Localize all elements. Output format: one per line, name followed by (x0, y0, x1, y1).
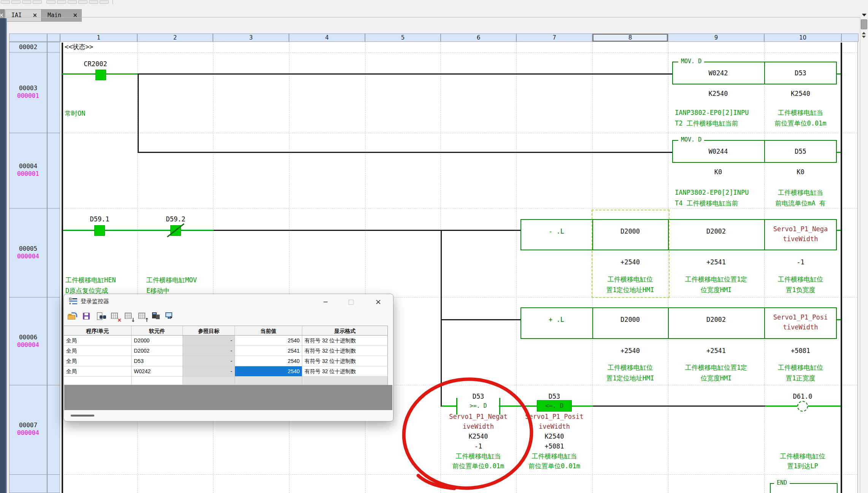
scrollbar-thumb[interactable] (861, 19, 867, 29)
watch-row-empty[interactable] (64, 377, 388, 385)
column-header-5: 5 (365, 33, 441, 42)
cell-program[interactable]: 全局 (64, 366, 132, 377)
device-comment: IANP3802-EP0[2]INPU (675, 109, 763, 116)
cell-reference[interactable]: - (183, 356, 235, 366)
cell-current-value[interactable]: 2541 (235, 346, 302, 356)
no-contact-on[interactable] (95, 70, 106, 80)
watch-window: x 登录监控器 − □ × × ↓ (63, 294, 394, 421)
cell-device[interactable]: W0242 (132, 366, 183, 377)
top-toolbar (0, 0, 868, 5)
operand-dest[interactable]: D53 (764, 69, 837, 77)
end-block-left (770, 483, 771, 493)
close-button[interactable]: × (372, 297, 384, 307)
cell-device[interactable]: D2000 (132, 336, 183, 346)
watch-row-selected[interactable]: 全局 W0242 - 2540 有符号 32 位十进制数 (64, 366, 388, 377)
col-header-program[interactable]: 程序/单元 (64, 326, 132, 336)
wire-stub (837, 319, 841, 320)
cell-device[interactable]: D53 (132, 356, 183, 366)
plc-editor-window: × IAI × Main × 1 2 3 4 5 6 7 8 9 10 0000… (0, 0, 868, 493)
splitter-down-icon[interactable] (862, 36, 866, 38)
col-header-current-value[interactable]: 当前值 (235, 326, 302, 336)
col-header-reference[interactable]: 参照目标 (183, 326, 235, 336)
wire-stub (837, 152, 841, 153)
device-comment: 工件横移电缸MOV (146, 276, 222, 284)
horizontal-scrollbar-thumb[interactable] (71, 415, 94, 417)
operand[interactable]: D2002 (668, 316, 764, 323)
cell-display-format[interactable]: 有符号 32 位十进制数 (302, 336, 388, 346)
cell-display-format[interactable]: 有符号 32 位十进制数 (302, 366, 388, 377)
vertical-scrollbar[interactable] (860, 17, 868, 493)
operand-dest[interactable]: D55 (764, 148, 837, 155)
toolbar-icon[interactable] (100, 0, 109, 4)
compare-contact-on[interactable]: <=. D (537, 400, 572, 412)
rung-cell (47, 42, 60, 52)
cell-display-format[interactable]: 有符号 32 位十进制数 (302, 346, 388, 356)
operand[interactable]: D2000 (592, 316, 668, 323)
operand-source[interactable]: W0244 (672, 148, 764, 155)
cell-device[interactable]: D2002 (132, 346, 183, 356)
col-header-display-format[interactable]: 显示格式 (302, 326, 388, 336)
cell-reference[interactable]: - (183, 336, 235, 346)
scroll-arrow-icon[interactable] (862, 14, 866, 16)
cell-program[interactable]: 全局 (64, 356, 132, 366)
cell-current-value[interactable]: 2540 (235, 336, 302, 346)
tab-label: IAI (11, 10, 22, 21)
instruction-mnemonic[interactable]: - .L (520, 227, 592, 235)
operand[interactable]: D2002 (668, 227, 764, 235)
operand-symbol-name[interactable]: Servo1_P1_Nega (764, 225, 837, 233)
rung-title: <<状态>> (65, 43, 148, 51)
toolbar-icon[interactable] (11, 0, 21, 4)
operand-symbol-name[interactable]: Servo1_P1_Posi (764, 313, 837, 321)
no-contact-on[interactable] (94, 225, 105, 236)
find-icon[interactable] (97, 312, 107, 321)
device-monitor-icon[interactable] (151, 312, 162, 321)
rung-number: 00006 (9, 334, 47, 341)
toolbar-icon[interactable] (68, 0, 77, 4)
cell-program[interactable]: 全局 (64, 336, 132, 346)
splitter-up-icon[interactable] (862, 32, 866, 34)
tab-main[interactable]: Main × (41, 9, 82, 22)
close-icon[interactable]: × (32, 10, 37, 21)
minimize-button[interactable]: − (319, 297, 332, 307)
operand-symbol-name[interactable]: tiveWidth (764, 323, 837, 331)
grid-line (213, 42, 213, 493)
watch-window-titlebar[interactable]: x 登录监控器 − □ × (64, 294, 393, 309)
toolbar-icon[interactable] (33, 0, 42, 4)
row-down-icon[interactable]: ↓ (124, 312, 135, 321)
watch-row[interactable]: 全局 D2002 - 2541 有符号 32 位十进制数 (64, 346, 388, 356)
watch-row[interactable]: 全局 D2000 - 2540 有符号 32 位十进制数 (64, 336, 388, 346)
contact-device-label: D59.2 (153, 215, 198, 223)
grid-line (289, 42, 289, 493)
open-icon[interactable] (68, 312, 78, 321)
toolbar-icon[interactable] (78, 0, 87, 4)
watch-row[interactable]: 全局 D53 - 2540 有符号 32 位十进制数 (64, 356, 388, 366)
toolbar-icon[interactable] (22, 0, 31, 4)
operand-symbol-name[interactable]: tiveWidth (764, 235, 837, 243)
close-icon[interactable]: × (73, 10, 78, 21)
toolbar-icon[interactable] (89, 0, 98, 4)
contact-device-label: D59.1 (77, 215, 122, 223)
toolbar-icon[interactable] (57, 0, 66, 4)
save-icon[interactable] (82, 312, 93, 321)
column-header-6: 6 (441, 33, 516, 42)
toolbar-icon[interactable] (46, 0, 56, 4)
instruction-label: MOV. D (678, 136, 704, 143)
tab-iai[interactable]: IAI × (5, 9, 41, 22)
column-header-4: 4 (289, 33, 365, 42)
instruction-mnemonic[interactable]: + .L (520, 316, 592, 323)
cell-program[interactable]: 全局 (64, 346, 132, 356)
display-icon[interactable] (165, 312, 176, 321)
cell-current-value[interactable]: 2540 (235, 356, 302, 366)
device-comment: T2 工件横移电缸当前 (675, 119, 763, 127)
cell-display-format[interactable]: 有符号 32 位十进制数 (302, 356, 388, 366)
toolbar-icon[interactable] (1, 0, 10, 4)
operand-source[interactable]: W0242 (672, 69, 764, 77)
cell-reference[interactable]: - (183, 346, 235, 356)
output-coil[interactable] (797, 401, 808, 412)
row-up-icon[interactable]: ↑ (138, 312, 148, 321)
delete-row-icon[interactable]: × (110, 312, 121, 321)
col-header-device[interactable]: 软元件 (132, 326, 183, 336)
cell-current-value-selected[interactable]: 2540 (235, 366, 302, 377)
cell-reference[interactable]: - (183, 366, 235, 377)
maximize-button[interactable]: □ (345, 297, 357, 307)
